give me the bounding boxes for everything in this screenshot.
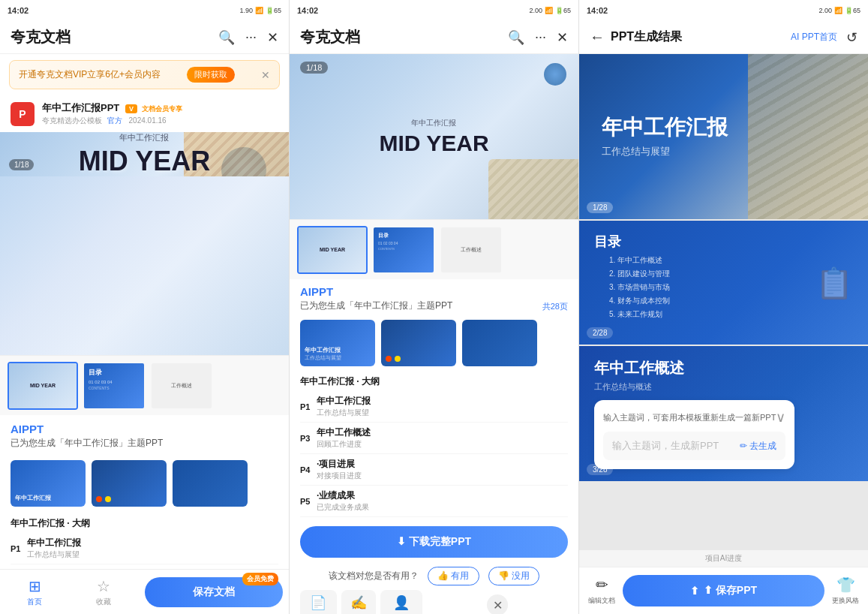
search-icon-2[interactable]: 🔍 bbox=[508, 29, 524, 46]
ppt-thumb-2-1[interactable]: 年中工作汇报 工作总结与展望 bbox=[300, 320, 375, 366]
badge-text-1: 文档会员专享 bbox=[142, 105, 182, 113]
nav-title-3: PPT生成结果 bbox=[611, 29, 682, 45]
contents-label-1: CONTENTS bbox=[89, 386, 110, 390]
thumb-3[interactable]: 工作概述 bbox=[150, 362, 213, 410]
thumb-2-1[interactable]: MID YEAR bbox=[297, 226, 368, 274]
slide-2-list-3: 1. 年中工作概述 2. 团队建设与管理 3. 市场营销与市场 4. 财务与成本… bbox=[609, 254, 670, 321]
outline-item-2-4: P5 ·业绩成果 已完成业务成果 bbox=[300, 486, 568, 517]
slides-preview-3[interactable]: 年中工作汇报 工作总结与展望 1/28 目录 1. 年中工作概述 2. 团队建设… bbox=[579, 54, 868, 550]
home-label-1: 首页 bbox=[27, 597, 42, 607]
style-icon-3: 👕 bbox=[836, 576, 855, 594]
network-icon-3: 2.00 bbox=[818, 7, 832, 14]
file-info-1: 年中工作汇报PPT V 文档会员专享 夸克精选办公模板 官方 2024.01.1… bbox=[42, 101, 278, 126]
network-icon: 1.90 bbox=[239, 7, 253, 14]
more-icon-1[interactable]: ··· bbox=[245, 29, 257, 45]
slide-1-num-3: 1/28 bbox=[587, 202, 613, 213]
close-icon-2[interactable]: ✕ bbox=[557, 29, 568, 46]
ai-tool-resume-2[interactable]: 👤 简历助手 bbox=[380, 590, 422, 614]
nav-bar-3: ← PPT生成结果 AI PPT首页 ↺ bbox=[579, 21, 868, 54]
favorites-label-1: 收藏 bbox=[96, 597, 111, 607]
slide-num-1: 1/18 bbox=[9, 159, 34, 170]
wifi-icon: 🔋65 bbox=[266, 7, 281, 14]
nav-right-3: AI PPT首页 ↺ bbox=[791, 29, 857, 46]
vip-banner-1: 开通夸克文档VIP立享6亿+会员内容 限时获取 ✕ bbox=[9, 60, 280, 89]
search-icon-1[interactable]: 🔍 bbox=[218, 29, 235, 46]
download-btn-2[interactable]: ⬇ 下载完整PPT bbox=[300, 526, 568, 558]
slide-pretext-1: 年中工作汇报 bbox=[79, 132, 210, 143]
ppt-thumb-2[interactable] bbox=[92, 460, 167, 507]
ai-tool-write-2[interactable]: ✍ AI写作 bbox=[341, 590, 377, 614]
status-icons-2: 2.00 📶 🔋65 bbox=[529, 7, 571, 14]
nav-title-1: 夸克文档 bbox=[11, 27, 71, 47]
ai-home-btn-3[interactable]: AI PPT首页 bbox=[791, 31, 837, 44]
close-icon-1[interactable]: ✕ bbox=[267, 29, 278, 46]
slide-main-2: 1/18 年中工作汇报 MID YEAR bbox=[290, 54, 578, 219]
more-icon-2[interactable]: ··· bbox=[535, 29, 546, 45]
ppt-thumb-2-3[interactable] bbox=[462, 320, 537, 366]
gen-hint-3: 输入主题词，可套用本模板重新生成一篇新PPT bbox=[603, 412, 776, 423]
circle-deco-2 bbox=[544, 63, 566, 86]
aippt-desc-1: 已为您生成「年中工作汇报」主题PPT bbox=[11, 437, 278, 450]
panel-1: 14:02 1.90 📶 🔋65 夸克文档 🔍 ··· ✕ 开通夸克文档VIP立… bbox=[0, 0, 290, 614]
thumb-2[interactable]: 目录 01 02 03 04 CONTENTS bbox=[83, 362, 146, 410]
save-ppt-btn-3[interactable]: ⬆ ⬆ 保存PPT bbox=[623, 575, 824, 606]
banner-close-1[interactable]: ✕ bbox=[261, 69, 270, 81]
aippt-label-1: AIPPT bbox=[11, 423, 278, 435]
ai-tools-2: 📄 AI PPT ✍ AI写作 👤 简历助手 ✕ bbox=[290, 590, 578, 614]
nav-icons-2: 🔍 ··· ✕ bbox=[508, 29, 568, 46]
close-btn-2[interactable]: ✕ bbox=[487, 594, 508, 614]
expand-icon-3[interactable]: ∨ bbox=[776, 409, 785, 426]
feedback-useful-2[interactable]: 👍 有用 bbox=[428, 567, 479, 585]
ai-tool-ppt-2[interactable]: 📄 AI PPT bbox=[300, 590, 337, 614]
file-row-1: P 年中工作汇报PPT V 文档会员专享 夸克精选办公模板 官方 2024.01… bbox=[0, 95, 289, 132]
tab-home-1[interactable]: ⊞ 首页 bbox=[0, 577, 69, 607]
progress-hint-3: 项目AI进度 bbox=[579, 550, 868, 567]
badge-v-1: V bbox=[125, 104, 137, 113]
banner-btn-1[interactable]: 限时获取 bbox=[187, 67, 235, 83]
slide-main-1: 年中工作汇报 MID YEAR 1/18 bbox=[0, 132, 289, 176]
feedback-row-2: 该文档对您是否有用？ 👍 有用 👎 没用 bbox=[290, 562, 578, 590]
slide-1-bg bbox=[748, 54, 868, 219]
time-2: 14:02 bbox=[297, 6, 318, 15]
style-btn-3[interactable]: 👕 更换风格 bbox=[832, 576, 859, 606]
panel-2: 14:02 2.00 📶 🔋65 夸克文档 🔍 ··· ✕ 1/18 年中工作汇… bbox=[290, 0, 579, 614]
thumb-1-active[interactable]: MID YEAR bbox=[8, 362, 78, 410]
thumb-slide-2-3: 工作概述 bbox=[441, 227, 501, 272]
slide-2-label-3: 目录 bbox=[594, 233, 670, 251]
aippt-section-2: AIPPT 已为您生成「年中工作汇报」主题PPT 共28页 bbox=[290, 279, 578, 315]
status-bar-1: 14:02 1.90 📶 🔋65 bbox=[0, 0, 289, 21]
thumb-2-3[interactable]: 工作概述 bbox=[440, 226, 503, 274]
slide-3-sub-3: 工作总结与概述 bbox=[594, 381, 652, 393]
thumb-2-2[interactable]: 目录 01 02 03 04 CONTENTS bbox=[372, 226, 435, 274]
network-icon-2: 2.00 bbox=[529, 7, 542, 14]
gen-btn-3[interactable]: ✏ 去生成 bbox=[740, 440, 776, 453]
tab-favorites-1[interactable]: ☆ 收藏 bbox=[69, 577, 138, 607]
status-icons-3: 2.00 📶 🔋65 bbox=[818, 7, 860, 14]
ppt-thumbs-2: 年中工作汇报 工作总结与展望 bbox=[290, 315, 578, 371]
back-btn-3[interactable]: ← bbox=[590, 29, 605, 46]
outline-item-1: P1 年中工作汇报 工作总结与展望 bbox=[11, 533, 278, 564]
refresh-icon-3[interactable]: ↺ bbox=[846, 29, 857, 46]
edit-btn-3[interactable]: ✏ 编辑文档 bbox=[588, 576, 615, 606]
slide-3-1: 年中工作汇报 工作总结与展望 1/28 bbox=[579, 54, 868, 219]
gen-input-3[interactable]: 输入主题词，生成新PPT ✏ 去生成 bbox=[603, 432, 785, 460]
nav-title-2: 夸克文档 bbox=[300, 27, 360, 47]
slide-3-num-3: 3/28 bbox=[587, 464, 613, 475]
nav-bar-1: 夸克文档 🔍 ··· ✕ bbox=[0, 21, 289, 54]
file-meta-1: 夸克精选办公模板 官方 2024.01.16 bbox=[42, 116, 278, 126]
ppt-thumb-2-2[interactable] bbox=[381, 320, 456, 366]
thumbs-row-2: MID YEAR 目录 01 02 03 04 CONTENTS 工作概述 bbox=[290, 219, 578, 279]
outline-item-2-2: P3 年中工作概述 回顾工作进度 bbox=[300, 423, 568, 454]
signal-icon: 📶 bbox=[255, 7, 263, 14]
panel-3: 14:02 2.00 📶 🔋65 ← PPT生成结果 AI PPT首页 ↺ 年中… bbox=[579, 0, 868, 614]
time-3: 14:02 bbox=[587, 6, 608, 15]
ppt-thumb-3[interactable] bbox=[173, 460, 248, 507]
nav-icons-1: 🔍 ··· ✕ bbox=[218, 29, 278, 46]
page-indicator-2: 1/18 bbox=[300, 62, 328, 74]
feedback-useless-2[interactable]: 👎 没用 bbox=[488, 567, 539, 585]
save-btn-1[interactable]: 保存文档 会员免费 bbox=[145, 577, 284, 607]
outline-section-2: 年中工作汇报 · 大纲 P1 年中工作汇报 工作总结与展望 P3 年中工作概述 … bbox=[290, 371, 578, 522]
slide-2-num-3: 2/28 bbox=[587, 327, 613, 339]
signal-icon-3: 📶 bbox=[834, 7, 842, 14]
ppt-thumb-1[interactable]: 年中工作汇报 bbox=[11, 460, 86, 507]
